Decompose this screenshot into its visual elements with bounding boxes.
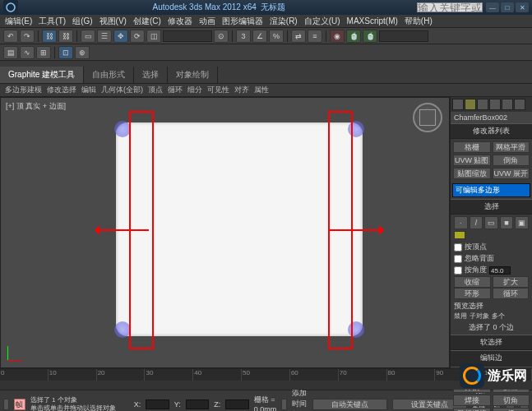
refcoord-dropdown[interactable] <box>163 30 212 42</box>
render-preset-dropdown[interactable] <box>379 30 428 42</box>
unlink-icon[interactable]: ⛓ <box>58 30 73 43</box>
chk-ignore-backface[interactable] <box>454 255 462 263</box>
time-ruler[interactable]: 0 10 20 30 40 50 60 70 80 90 100 <box>0 369 532 381</box>
coord-y-input[interactable] <box>186 399 209 409</box>
edge-bridge-button[interactable]: 桥 <box>493 408 530 411</box>
viewcube-icon[interactable] <box>413 103 442 132</box>
ribbon-sub-modifysel[interactable]: 修改选择 <box>47 85 76 95</box>
ribbon-sub-edit[interactable]: 编辑 <box>81 85 96 95</box>
preview-opt-multi[interactable]: 多个 <box>492 312 505 321</box>
mod-btn-uvwmap[interactable]: UVW 贴图 <box>453 155 491 166</box>
percent-snap-icon[interactable]: % <box>269 30 284 43</box>
subobj-vertex-icon[interactable]: · <box>454 216 468 229</box>
menu-group[interactable]: 组(G) <box>72 16 92 27</box>
menu-create[interactable]: 创建(C) <box>133 16 161 27</box>
pivot-icon[interactable]: ⊙ <box>214 30 229 43</box>
motion-tab-icon[interactable] <box>489 99 501 110</box>
subobj-edge-icon[interactable]: / <box>470 216 483 229</box>
autokey-button[interactable]: 自动关键点 <box>312 399 387 410</box>
viewport-label[interactable]: [+] 顶 真实 + 边面] <box>6 101 66 112</box>
ribbon-sub-props[interactable]: 属性 <box>254 85 269 95</box>
utilities-tab-icon[interactable] <box>514 99 525 110</box>
menu-grapheditor[interactable]: 图形编辑器 <box>222 16 263 27</box>
shrink-button[interactable]: 收缩 <box>454 276 491 288</box>
ring-button[interactable]: 环形 <box>454 288 491 299</box>
menu-animation[interactable]: 动画 <box>199 16 215 27</box>
ribbon-sub-loop[interactable]: 循环 <box>168 85 183 95</box>
angle-snap-icon[interactable]: ∠ <box>252 30 267 43</box>
chk-by-angle[interactable] <box>454 266 462 275</box>
edge-weld-button[interactable]: 焊接 <box>453 395 491 406</box>
menu-customize[interactable]: 自定义(U) <box>304 16 340 27</box>
undo-icon[interactable]: ↶ <box>3 30 18 43</box>
subobj-poly-icon[interactable]: ■ <box>500 216 514 229</box>
ribbon-sub-visibility[interactable]: 可见性 <box>207 85 229 95</box>
rotate-icon[interactable]: ⟳ <box>130 30 145 43</box>
object-color-swatch[interactable] <box>454 231 465 239</box>
layer-icon[interactable]: ▤ <box>3 46 18 59</box>
ribbon-sub-vertex[interactable]: 顶点 <box>148 85 163 95</box>
modifier-list-dropdown[interactable]: 修改器列表 <box>451 123 532 139</box>
menu-help[interactable]: 帮助(H) <box>405 16 433 27</box>
ribbon-sub-polymodel[interactable]: 多边形建模 <box>5 85 42 95</box>
create-tab-icon[interactable] <box>452 99 464 110</box>
mod-btn-lattice[interactable]: 格栅 <box>453 141 491 153</box>
curve-editor-icon[interactable]: ∿ <box>20 46 35 59</box>
app-logo-icon[interactable] <box>3 0 18 15</box>
maxscript-listener-icon[interactable] <box>3 399 9 410</box>
edge-targetweld-button[interactable]: 目标焊接 <box>453 408 491 411</box>
axis-constraint-icon[interactable]: ⊕ <box>75 46 90 59</box>
ribbon-tab-selection[interactable]: 选择 <box>134 67 168 83</box>
stack-item-editpoly[interactable]: 可编辑多边形 <box>453 184 530 196</box>
menu-modifiers[interactable]: 修改器 <box>168 16 192 27</box>
ribbon-tab-freeform[interactable]: 自由形式 <box>84 67 134 83</box>
align-icon[interactable]: ≡ <box>308 30 322 43</box>
chk-by-vertex[interactable] <box>454 243 462 252</box>
subobj-border-icon[interactable]: ▭ <box>484 216 498 229</box>
display-tab-icon[interactable] <box>502 99 513 110</box>
mod-btn-uvwunwrap[interactable]: UVW 展开 <box>493 168 530 179</box>
render-setup-icon[interactable]: 🍵 <box>346 30 361 43</box>
coord-z-input[interactable] <box>225 399 248 409</box>
rollout-selection[interactable]: 选择 <box>451 199 532 215</box>
minimize-button[interactable]: — <box>486 2 499 12</box>
timeline[interactable]: 0 / 100 0 10 20 30 40 50 60 70 80 90 100 <box>0 368 532 390</box>
preview-opt-off[interactable]: 禁用 <box>454 312 467 321</box>
snap-icon[interactable]: 3 <box>236 30 251 43</box>
status-pink-button[interactable]: 帧在行 <box>14 399 25 410</box>
menu-render[interactable]: 渲染(R) <box>270 16 298 27</box>
redo-icon[interactable]: ↷ <box>20 30 35 43</box>
hierarchy-tab-icon[interactable] <box>477 99 488 110</box>
mirror-icon[interactable]: ⇄ <box>291 30 306 43</box>
mod-btn-meshsmooth[interactable]: 网格平滑 <box>493 141 530 153</box>
loop-button[interactable]: 循环 <box>493 288 530 299</box>
object-name-field[interactable]: ChamferBox002 <box>451 112 532 123</box>
modify-tab-icon[interactable] <box>465 99 476 110</box>
menu-maxscript[interactable]: MAXScript(M) <box>347 16 398 25</box>
maximize-button[interactable]: □ <box>501 2 514 12</box>
viewport-top[interactable]: [+] 顶 真实 + 边面] <box>0 97 450 368</box>
subobj-element-icon[interactable]: ▣ <box>515 216 529 229</box>
link-icon[interactable]: ⛓ <box>42 30 57 43</box>
angle-spinner[interactable]: 45.0 <box>489 266 511 275</box>
mod-btn-mapscale[interactable]: 贴图缩放 <box>453 168 491 179</box>
modifier-stack[interactable]: 可编辑多边形 <box>452 183 530 197</box>
menu-edit[interactable]: 编辑(E) <box>5 16 32 27</box>
vertex-handle-icon[interactable] <box>114 321 131 338</box>
time-tag-icon[interactable] <box>281 399 287 410</box>
preview-opt-subobj[interactable]: 子对象 <box>470 312 489 321</box>
menu-view[interactable]: 视图(V) <box>99 16 127 27</box>
menu-tools[interactable]: 工具(T) <box>39 16 66 27</box>
rollout-softsel[interactable]: 软选择 <box>451 335 532 350</box>
schematic-icon[interactable]: ⊞ <box>36 46 51 59</box>
move-icon[interactable]: ✥ <box>113 30 128 43</box>
material-editor-icon[interactable]: ◉ <box>330 30 345 43</box>
close-button[interactable]: ✕ <box>516 2 529 12</box>
render-icon[interactable]: 🍵 <box>363 30 377 43</box>
ribbon-sub-geom[interactable]: 几何体(全部) <box>101 85 143 95</box>
scale-icon[interactable]: ◫ <box>146 30 161 43</box>
snap-toggle-icon[interactable]: ⊡ <box>58 46 73 59</box>
ribbon-sub-subdiv[interactable]: 细分 <box>187 85 202 95</box>
time-tag-label[interactable]: 添加时间标记 <box>292 388 308 411</box>
ribbon-tab-objectpaint[interactable]: 对象绘制 <box>168 67 218 83</box>
